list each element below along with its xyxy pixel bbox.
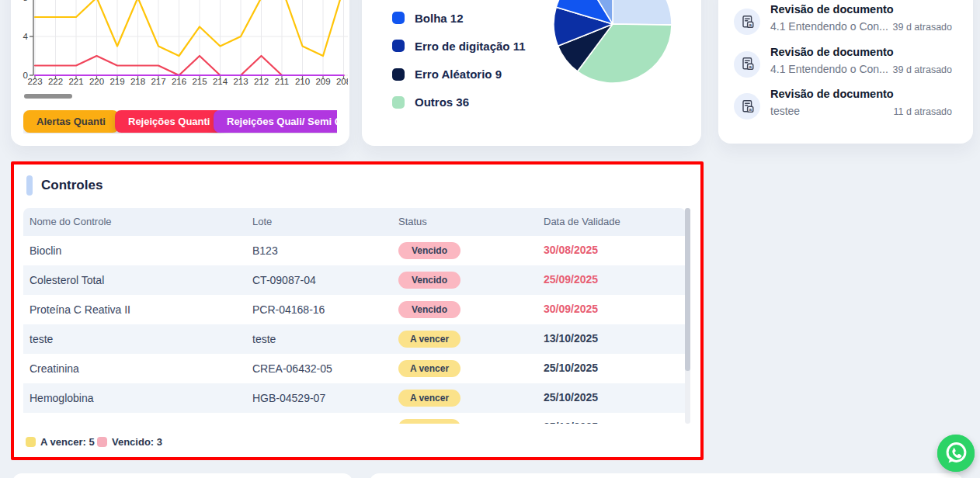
review-subtitle: testee — [770, 105, 800, 117]
status-badge: A vencer — [398, 331, 460, 348]
document-search-icon: a — [740, 15, 755, 29]
x-axis-tick-label: 222 — [45, 77, 66, 87]
review-list-item[interactable]: aRevisão de documento4.1 Entendendo o Co… — [726, 2, 967, 42]
legend-label: Erro de digitação 11 — [415, 40, 526, 53]
cell-data-validade: 25/10/2025 — [544, 362, 598, 374]
status-badge: A vencer — [398, 419, 460, 424]
x-axis-tick-label: 221 — [66, 77, 87, 87]
x-axis-tick-label: 208 — [333, 77, 348, 87]
whatsapp-button[interactable] — [937, 435, 975, 472]
controles-section-title: Controles — [41, 178, 103, 193]
legend-label: Bolha 12 — [415, 12, 464, 25]
cell-data-validade: 25/09/2025 — [544, 273, 598, 286]
cell-lote: CT-09087-04 — [252, 274, 316, 286]
pie-chart — [553, 0, 672, 84]
column-header: Status — [398, 216, 427, 227]
x-axis-tick-label: 214 — [210, 77, 231, 87]
document-search-icon: a — [740, 57, 755, 71]
review-title: Revisão de documento — [770, 46, 894, 58]
line-chart-x-axis: 2232222212202192182172162152142132122112… — [24, 77, 348, 88]
review-icon-circle: a — [734, 93, 760, 120]
cell-nome: Bioclin — [30, 244, 61, 257]
x-axis-tick-label: 216 — [169, 77, 189, 87]
pie-legend-item-4[interactable]: Outros 36 — [392, 94, 469, 111]
cell-nome: Creatinina — [30, 362, 79, 375]
legend-label: Erro Aléatorio 9 — [415, 68, 502, 81]
cell-data-validade: 13/10/2025 — [544, 332, 598, 345]
status-badge: Vencido — [398, 301, 460, 318]
x-axis-tick-label: 218 — [127, 77, 148, 87]
column-header: Nome do Controle — [30, 216, 112, 227]
x-axis-tick-label: 217 — [148, 77, 169, 87]
status-badge: Vencido — [398, 272, 460, 289]
legend-swatch — [392, 12, 405, 24]
cell-nome: Colesterol Total — [30, 274, 104, 286]
table-row[interactable]: HemoglobinaHGB-04529-07A vencer25/10/202… — [23, 383, 686, 413]
x-axis-tick-label: 219 — [107, 77, 128, 87]
review-list-item[interactable]: aRevisão de documento4.1 Entendendo o Co… — [726, 44, 967, 85]
svg-text:a: a — [749, 64, 752, 69]
controles-legend-swatch — [97, 437, 107, 447]
legend-swatch — [392, 40, 405, 52]
table-row[interactable]: Proteína C Reativa IIPCR-04168-16Vencido… — [23, 295, 686, 324]
table-scrollbar-thumb[interactable] — [685, 208, 690, 371]
x-axis-tick-label: 210 — [292, 77, 313, 87]
cell-lote: PSA-02770-08 — [252, 421, 324, 424]
section-accent-bar — [26, 175, 33, 196]
x-axis-tick-label: 211 — [272, 77, 293, 87]
table-row[interactable]: PSAPSA-02770-08A vencer25/10/2025 — [23, 413, 686, 424]
pie-legend-item-3[interactable]: Erro Aléatorio 9 — [392, 66, 502, 83]
chart-series-button-2[interactable]: Rejeições Quanti — [115, 110, 223, 133]
cell-data-validade: 25/10/2025 — [544, 421, 598, 424]
pie-legend-item-2[interactable]: Erro de digitação 11 — [392, 37, 526, 54]
cell-data-validade: 30/08/2025 — [544, 244, 598, 256]
svg-text:a: a — [749, 21, 752, 26]
column-header: Lote — [252, 216, 272, 227]
cell-nome: Hemoglobina — [30, 392, 94, 404]
review-list-item[interactable]: aRevisão de documentotestee11 d atrasado — [726, 86, 967, 126]
table-row[interactable]: testetesteA vencer13/10/2025 — [23, 324, 686, 354]
table-header-row: Nome do ControleLoteStatusData de Valida… — [23, 208, 686, 236]
x-axis-tick-label: 212 — [251, 77, 272, 87]
chart-series-button-1[interactable]: Alertas Quanti — [23, 110, 119, 133]
x-axis-tick-label: 215 — [189, 77, 210, 87]
controles-legend-label: A vencer: 5 — [40, 436, 95, 448]
table-row[interactable]: BioclinB123Vencido30/08/2025 — [23, 236, 686, 265]
bottom-card-peek-left — [12, 473, 353, 478]
cell-lote: HGB-04529-07 — [252, 392, 325, 404]
review-overdue-badge: 11 d atrasado — [893, 106, 952, 117]
svg-text:a: a — [749, 106, 752, 111]
review-overdue-badge: 39 d atrasado — [893, 22, 952, 33]
review-icon-circle: a — [734, 51, 760, 78]
cell-nome: Proteína C Reativa II — [30, 303, 130, 316]
status-badge: Vencido — [398, 242, 460, 259]
cell-lote: B123 — [252, 244, 278, 257]
review-subtitle: 4.1 Entendendo o Con... — [770, 20, 888, 33]
review-icon-circle: a — [734, 9, 760, 35]
legend-swatch — [392, 68, 405, 81]
cell-data-validade: 25/10/2025 — [544, 391, 598, 404]
controles-legend-swatch — [26, 437, 36, 447]
controles-legend-label: Vencido: 3 — [112, 436, 162, 448]
status-badge: A vencer — [398, 360, 460, 377]
x-axis-tick-label: 220 — [86, 77, 107, 87]
status-badge: A vencer — [398, 390, 460, 407]
cell-lote: teste — [252, 333, 276, 345]
review-overdue-badge: 39 d atrasado — [893, 64, 952, 75]
pie-slice-unlabeled — [613, 0, 672, 25]
pie-legend-item-1[interactable]: Bolha 12 — [392, 9, 464, 26]
cell-lote: CREA-06432-05 — [252, 362, 332, 375]
controles-table: Nome do ControleLoteStatusData de Valida… — [23, 208, 691, 424]
review-subtitle: 4.1 Entendendo o Con... — [770, 63, 888, 75]
legend-swatch — [392, 96, 405, 109]
x-axis-tick-label: 209 — [313, 77, 334, 87]
table-row[interactable]: CreatininaCREA-06432-05A vencer25/10/202… — [23, 354, 686, 383]
document-search-icon: a — [740, 99, 755, 114]
line-chart — [24, 0, 348, 80]
chart-series-button-3[interactable]: Rejeições Quali/ Semi Quant — [214, 110, 337, 133]
chart-series-buttons: Alertas QuantiRejeições QuantiRejeições … — [23, 110, 337, 133]
review-title: Revisão de documento — [770, 88, 894, 100]
table-row[interactable]: Colesterol TotalCT-09087-04Vencido25/09/… — [23, 265, 686, 295]
legend-label: Outros 36 — [415, 95, 469, 109]
chart-horizontal-scrollbar[interactable] — [24, 94, 72, 99]
